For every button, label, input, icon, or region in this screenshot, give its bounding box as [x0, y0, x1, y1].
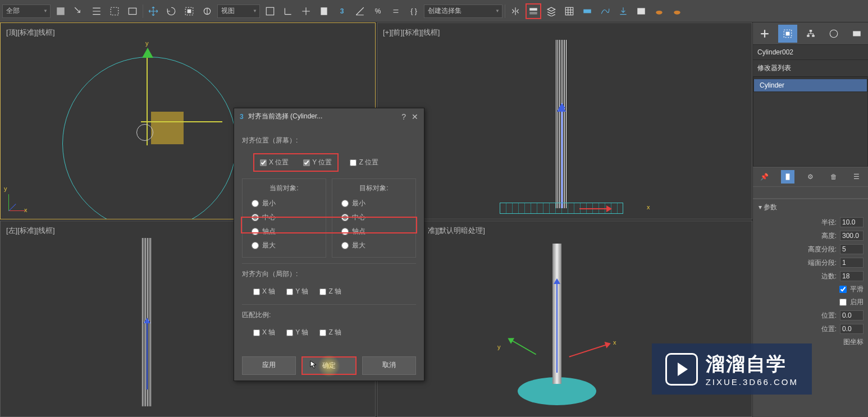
chk-y-position[interactable]: Y 位置 [303, 158, 332, 167]
panel-tabs [753, 22, 868, 45]
watermark-sub: ZIXUE.3D66.COM [706, 377, 798, 387]
tab-motion[interactable] [824, 25, 843, 43]
angle-snap-icon[interactable] [352, 3, 368, 19]
toolbar-separator [143, 4, 143, 18]
percent-icon[interactable]: % [370, 3, 386, 19]
object-name-field[interactable]: Cylinder002 [753, 45, 868, 60]
radio-current-pivot[interactable]: 轴点 [247, 224, 321, 239]
param-smooth-checkbox[interactable] [839, 286, 847, 293]
param-coord-label: 图坐标 [843, 337, 864, 347]
ok-button[interactable]: 确定 [301, 356, 357, 375]
rect-select-icon[interactable] [107, 3, 122, 19]
svg-rect-12 [637, 8, 645, 14]
toggle-icon[interactable] [579, 3, 595, 19]
param-enable-checkbox[interactable] [839, 299, 847, 306]
chk-x-position[interactable]: X 位置 [260, 158, 289, 167]
svg-rect-8 [529, 8, 537, 11]
snap3-icon[interactable]: 3 [334, 3, 350, 19]
tab-modify[interactable] [778, 25, 797, 43]
tab-display[interactable] [847, 25, 866, 43]
orient-checkbox-row: X 轴 Y 轴 Z 轴 [242, 285, 416, 299]
filter-icon[interactable] [53, 3, 68, 19]
selection-set-select[interactable]: 创建选择集 [424, 4, 502, 18]
param-height-seg-input[interactable] [840, 244, 864, 254]
mirror-icon[interactable] [508, 3, 523, 19]
configure-icon[interactable]: ☰ [850, 170, 864, 184]
spinner-icon[interactable] [388, 3, 404, 19]
param-smooth: 平滑 [753, 283, 868, 296]
render-icon[interactable] [633, 3, 649, 19]
move-icon[interactable] [145, 3, 161, 19]
chk-y-input[interactable] [303, 159, 310, 166]
unique-icon[interactable]: ⚙ [804, 170, 817, 184]
chk-z-position[interactable]: Z 位置 [350, 153, 378, 172]
remove-icon[interactable]: 🗑 [827, 170, 840, 184]
section-scale-title: 匹配比例: [242, 310, 416, 320]
svg-rect-4 [188, 9, 191, 13]
watermark: 溜溜自学 ZIXUE.3D66.COM [652, 343, 812, 395]
svg-rect-21 [853, 31, 861, 36]
param-cap-seg-input[interactable] [840, 258, 864, 268]
brace-icon[interactable]: { } [406, 3, 422, 19]
axis-icon[interactable] [280, 3, 296, 19]
chk-orient-y[interactable]: Y 轴 [286, 287, 308, 296]
modifier-item[interactable]: Cylinder [753, 79, 867, 92]
view-select[interactable]: 视图 [217, 4, 260, 18]
doc-icon[interactable] [316, 3, 332, 19]
grid-icon[interactable] [262, 3, 278, 19]
param-sides-input[interactable] [840, 271, 864, 281]
layers-icon[interactable] [543, 3, 559, 19]
scene-icon[interactable] [561, 3, 577, 19]
modifier-stack[interactable]: Cylinder [753, 77, 868, 167]
teapot2-icon[interactable] [669, 3, 685, 19]
radio-current-center[interactable]: 中心 [247, 210, 321, 224]
tab-hierarchy[interactable] [801, 25, 820, 43]
param-pos1-input[interactable] [840, 310, 864, 320]
place-icon[interactable] [199, 3, 215, 19]
chk-x-input[interactable] [260, 159, 267, 166]
chk-scale-y[interactable]: Y 轴 [286, 328, 308, 337]
param-pos2-label: 位置: [821, 324, 837, 334]
scale-icon[interactable] [181, 3, 197, 19]
param-pos1: 位置: [753, 309, 868, 322]
radio-current-min[interactable]: 最小 [247, 196, 321, 210]
scope-select[interactable]: 全部 [2, 4, 51, 18]
pin-icon[interactable]: 📌 [758, 170, 771, 184]
show-result-icon[interactable] [781, 170, 794, 184]
rotate-icon[interactable] [163, 3, 179, 19]
radio-target-min[interactable]: 最小 [337, 196, 411, 210]
chk-z-input[interactable] [350, 159, 357, 166]
radio-target-center[interactable]: 中心 [337, 210, 411, 224]
arrow-icon[interactable] [71, 3, 86, 19]
download-icon[interactable] [615, 3, 631, 19]
param-pos2-input[interactable] [840, 324, 864, 334]
param-height-input[interactable] [840, 231, 864, 241]
radio-target-max[interactable]: 最大 [337, 239, 411, 253]
cancel-button[interactable]: 取消 [362, 356, 416, 375]
dialog-titlebar[interactable]: 3 对齐当前选择 (Cylinder... ? ✕ [234, 108, 424, 125]
param-height-seg: 高度分段: [753, 242, 868, 256]
list-icon[interactable] [89, 3, 104, 19]
chk-orient-z[interactable]: Z 轴 [319, 287, 341, 296]
center-icon[interactable] [298, 3, 314, 19]
viewport-front[interactable]: [+][前][标准][线框] x [377, 22, 752, 219]
param-sides: 边数: [753, 269, 868, 283]
params-header[interactable]: ▾ 参数 [753, 199, 868, 216]
curve-icon[interactable] [597, 3, 613, 19]
align-icon[interactable] [526, 3, 541, 19]
close-icon[interactable]: ✕ [412, 112, 418, 121]
radio-current-max[interactable]: 最大 [247, 239, 321, 253]
modifier-list-label[interactable]: 修改器列表 [753, 60, 868, 77]
align-dialog: 3 对齐当前选择 (Cylinder... ? ✕ 对齐位置（屏幕）: X 位置… [234, 108, 424, 381]
chk-scale-x[interactable]: X 轴 [253, 328, 275, 337]
teapot-icon[interactable] [651, 3, 667, 19]
radio-target-pivot[interactable]: 轴点 [337, 224, 411, 239]
chk-orient-x[interactable]: X 轴 [253, 287, 275, 296]
param-radius-input[interactable] [840, 217, 864, 227]
help-icon[interactable]: ? [401, 112, 406, 121]
chk-scale-z[interactable]: Z 轴 [319, 328, 341, 337]
window-icon[interactable] [125, 3, 140, 19]
tab-create[interactable] [755, 25, 774, 43]
toolbar-separator [505, 4, 505, 18]
apply-button[interactable]: 应用 [242, 356, 296, 375]
